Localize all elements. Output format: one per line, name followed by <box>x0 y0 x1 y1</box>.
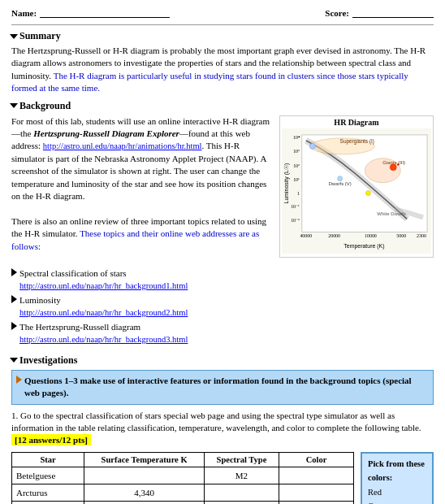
cell-spectral <box>205 484 279 501</box>
svg-text:Dwarfs (V): Dwarfs (V) <box>329 180 352 185</box>
question-1-text: 1. Go to the spectral classification of … <box>11 410 434 447</box>
topic-1-url[interactable]: http://astro.unl.edu/naap/hr/hr_backgrou… <box>19 281 188 290</box>
summary-section-header: Summary <box>11 30 434 42</box>
svg-text:2300: 2300 <box>417 233 426 238</box>
cell-spectral: G2 <box>205 502 279 504</box>
topic-2-label: Luminosity <box>19 295 61 305</box>
investigations-bullet: Questions 1–3 make use of interactive fe… <box>16 375 429 400</box>
background-title: Background <box>19 100 71 112</box>
svg-text:Luminosity (L☉): Luminosity (L☉) <box>283 163 290 203</box>
score-line <box>352 17 434 18</box>
colors-box: Pick from these colors: RedOrangeYellowY… <box>361 452 434 504</box>
cell-star <box>12 502 84 504</box>
cell-star: Betelguese <box>12 467 84 484</box>
score-field: Score: <box>325 8 434 18</box>
summary-highlight: The H-R diagram is particularly useful i… <box>11 71 408 93</box>
background-text: For most of this lab, students will use … <box>11 115 273 348</box>
topic-2: Luminosity http://astro.unl.edu/naap/hr/… <box>11 294 273 319</box>
topic-3-url[interactable]: http://astro.unl.edu/naap/hr/hr_backgrou… <box>19 335 188 344</box>
table-and-colors-container: Star Surface Temperature K Spectral Type… <box>11 452 434 504</box>
investigations-highlight-text: Questions 1–3 make use of interactive fe… <box>24 375 429 400</box>
investigations-highlight-box: Questions 1–3 make use of interactive fe… <box>11 370 434 405</box>
summary-body: The Hertzsprung-Russell or H-R diagram i… <box>11 45 434 95</box>
table-row: BetelgueseM2 <box>12 467 354 484</box>
summary-triangle-icon <box>10 34 18 39</box>
bullet-arrow-icon-1 <box>11 268 17 276</box>
svg-text:10⁴: 10⁴ <box>293 134 300 139</box>
cell-temp <box>84 467 205 484</box>
cell-temp: 4,340 <box>84 484 205 501</box>
svg-text:10⁻¹: 10⁻¹ <box>291 204 300 209</box>
svg-text:10⁻²: 10⁻² <box>291 218 300 223</box>
table-row: G2Yellow <box>12 502 354 504</box>
col-spectral: Spectral Type <box>205 452 279 467</box>
topic-1-content: Spectral classification of stars http://… <box>19 267 188 293</box>
svg-text:40000: 40000 <box>300 233 312 238</box>
svg-point-26 <box>309 143 315 149</box>
topic-3-label: The Hertzsprung-Russell diagram <box>19 322 140 332</box>
svg-text:1: 1 <box>297 190 300 195</box>
star-table-body: BetelgueseM2Arcturus4,340G2YellowProcyon… <box>12 467 354 504</box>
topics-intro-highlight: These topics and their online web addres… <box>11 228 259 250</box>
col-color: Color <box>279 452 353 467</box>
hr-url[interactable]: http://astro.unl.edu/naap/hr/animations/… <box>43 141 202 150</box>
explorer-name: Hertzsprung-Russell Diagram Explorer <box>33 128 179 138</box>
topic-1: Spectral classification of stars http://… <box>11 267 273 293</box>
hr-diagram-box: HR Diagram Luminosity (L☉) 10⁴ 10³ 10² 1… <box>279 115 434 258</box>
svg-text:10¹: 10¹ <box>293 176 300 181</box>
investigations-arrow-icon <box>16 376 22 384</box>
topic-3: The Hertzsprung-Russell diagram http://a… <box>11 321 273 346</box>
svg-point-25 <box>338 176 343 180</box>
pts-badge: [12 answers/12 pts] <box>11 434 91 445</box>
background-section: For most of this lab, students will use … <box>11 115 434 348</box>
summary-title: Summary <box>19 30 61 42</box>
topic-2-content: Luminosity http://astro.unl.edu/naap/hr/… <box>19 294 188 319</box>
colors-list: RedOrangeYellowYellow-whiteWhiteBlue-whi… <box>368 486 426 504</box>
svg-text:Temperature (K): Temperature (K) <box>343 243 384 250</box>
q1-prefix: 1. Go to the spectral classification of … <box>11 411 421 432</box>
background-section-header: Background <box>11 100 434 112</box>
investigations-section-header: Investigations <box>11 354 434 367</box>
star-table: Star Surface Temperature K Spectral Type… <box>11 452 354 504</box>
color-item: Red <box>368 486 426 500</box>
hr-diagram-container: HR Diagram Luminosity (L☉) 10⁴ 10³ 10² 1… <box>279 115 434 348</box>
col-star: Star <box>12 452 84 467</box>
cell-spectral: M2 <box>205 467 279 484</box>
name-line <box>40 17 170 18</box>
cell-color <box>279 467 353 484</box>
svg-text:20000: 20000 <box>328 233 340 238</box>
table-header-row: Star Surface Temperature K Spectral Type… <box>12 452 354 467</box>
cell-color <box>279 484 353 501</box>
header-divider <box>11 24 434 25</box>
colors-box-title: Pick from these colors: <box>368 458 426 485</box>
col-temp: Surface Temperature K <box>84 452 205 467</box>
svg-text:Supergiants (I): Supergiants (I) <box>340 137 374 144</box>
svg-text:10³: 10³ <box>293 148 300 153</box>
svg-text:5000: 5000 <box>396 233 406 238</box>
color-item: Orange <box>368 500 426 504</box>
topic-3-content: The Hertzsprung-Russell diagram http://a… <box>19 321 188 346</box>
name-label: Name: <box>11 8 37 18</box>
svg-text:10²: 10² <box>293 163 300 167</box>
svg-point-24 <box>365 190 370 195</box>
svg-text:White Dwarfs: White Dwarfs <box>377 211 405 216</box>
table-row: Arcturus4,340 <box>12 484 354 501</box>
bullet-arrow-icon-3 <box>11 322 17 330</box>
background-para1: For most of this lab, students will use … <box>11 115 273 203</box>
header: Name: Score: <box>11 8 434 18</box>
bullet-arrow-icon-2 <box>11 295 17 303</box>
topic-2-url[interactable]: http://astro.unl.edu/naap/hr/hr_backgrou… <box>19 308 188 317</box>
investigations-triangle-icon <box>10 358 18 363</box>
hr-diagram-title: HR Diagram <box>282 118 431 127</box>
investigations-title: Investigations <box>19 354 77 367</box>
cell-color: Yellow <box>279 502 353 504</box>
score-label: Score: <box>325 8 349 18</box>
cell-temp <box>84 502 205 504</box>
background-triangle-icon <box>10 103 18 108</box>
svg-point-22 <box>390 163 396 170</box>
topic-1-label: Spectral classification of stars <box>19 268 127 278</box>
svg-text:10000: 10000 <box>365 233 377 238</box>
hr-diagram-svg: Luminosity (L☉) 10⁴ 10³ 10² 10¹ 1 10⁻¹ 1… <box>282 128 431 254</box>
cell-star: Arcturus <box>12 484 84 501</box>
background-para2: There is also an online review of three … <box>11 215 273 253</box>
